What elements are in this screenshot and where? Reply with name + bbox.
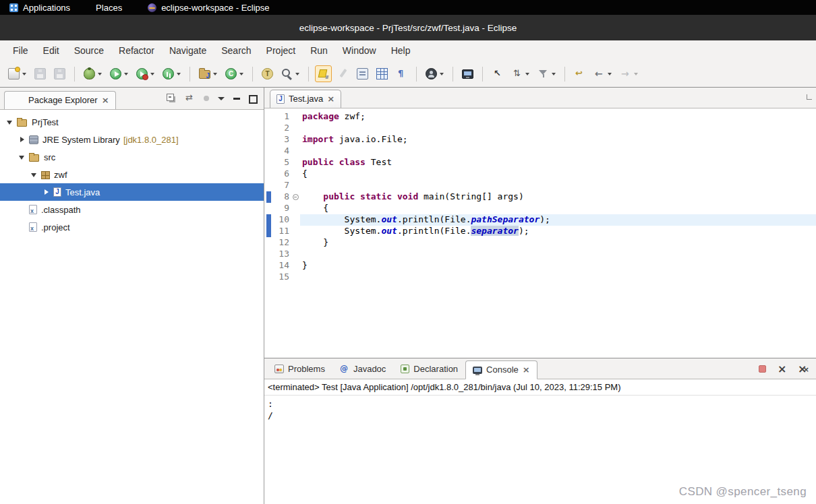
tree-item-jre-system-library[interactable]: JRE System Library[jdk1.8.0_281] <box>0 131 264 148</box>
dropdown-arrow-icon[interactable] <box>295 73 299 75</box>
tree-item-zwf[interactable]: zwf <box>0 166 264 183</box>
code-line-9[interactable]: 9 { <box>264 203 816 214</box>
line-number[interactable]: 13 <box>273 249 291 260</box>
focus-icon[interactable] <box>204 96 209 101</box>
tree-item-test-java[interactable]: Test.java <box>0 183 264 201</box>
code-line-3[interactable]: 3import java.io.File; <box>264 134 816 146</box>
annotation-ruler[interactable] <box>264 111 273 123</box>
code-line-5[interactable]: 5public class Test <box>264 157 816 168</box>
code-line-1[interactable]: 1package zwf; <box>264 111 816 123</box>
package-explorer-tab[interactable]: Package Explorer <box>4 91 116 109</box>
view-menu-icon[interactable] <box>218 96 225 101</box>
dropdown-arrow-icon[interactable] <box>22 73 26 75</box>
link-editor-icon[interactable] <box>185 93 195 103</box>
annotation-ruler[interactable] <box>264 237 273 249</box>
menu-file[interactable]: File <box>5 42 36 59</box>
annotation-ruler[interactable] <box>264 191 273 203</box>
menu-source[interactable]: Source <box>67 42 111 59</box>
last-edit-location-button[interactable] <box>571 65 588 82</box>
minimize-icon[interactable] <box>233 95 240 102</box>
package-explorer-close-icon[interactable] <box>102 95 109 105</box>
code-text[interactable]: public static void main(String[] args) <box>300 191 816 203</box>
code-line-14[interactable]: 14} <box>264 260 816 272</box>
code-line-8[interactable]: 8 public static void main(String[] args) <box>264 191 816 203</box>
dropdown-arrow-icon[interactable] <box>150 73 154 75</box>
dropdown-arrow-icon[interactable] <box>634 73 638 75</box>
menu-navigate[interactable]: Navigate <box>162 42 214 59</box>
code-text[interactable]: } <box>300 260 816 272</box>
gnome-places-menu[interactable]: Places <box>93 0 125 15</box>
editor-tab-close-icon[interactable] <box>327 94 334 104</box>
code-line-10[interactable]: 10 System.out.println(File.pathSeparator… <box>264 214 816 226</box>
editor-menu-icon[interactable] <box>807 94 812 100</box>
annotation-ruler[interactable] <box>264 203 273 214</box>
show-annotations-button[interactable] <box>334 65 351 82</box>
line-number[interactable]: 1 <box>273 111 291 123</box>
save-all-button[interactable] <box>51 65 68 82</box>
gnome-applications-menu[interactable]: Applications <box>7 0 73 15</box>
open-task-button[interactable] <box>354 65 371 82</box>
line-number[interactable]: 2 <box>273 123 291 134</box>
code-text[interactable] <box>300 180 816 191</box>
line-number[interactable]: 5 <box>273 157 291 168</box>
console-tab-declaration[interactable]: Declaration <box>393 360 465 379</box>
search-button[interactable] <box>279 65 302 82</box>
forward-button[interactable] <box>617 65 641 82</box>
window-title-bar[interactable]: eclipse-workspace - PrjTest/src/zwf/Test… <box>0 15 816 40</box>
menu-refactor[interactable]: Refactor <box>111 42 162 59</box>
show-table-button[interactable] <box>374 65 390 82</box>
expand-arrow-icon[interactable] <box>18 135 27 144</box>
console-tab-javadoc[interactable]: Javadoc <box>332 360 393 379</box>
line-number[interactable]: 11 <box>273 226 291 237</box>
line-number[interactable]: 7 <box>273 180 291 191</box>
line-number[interactable]: 14 <box>273 260 291 272</box>
code-line-12[interactable]: 12 } <box>264 237 816 249</box>
menu-window[interactable]: Window <box>335 42 384 59</box>
collapse-fold-icon[interactable] <box>293 194 299 200</box>
code-line-4[interactable]: 4 <box>264 146 816 157</box>
line-number[interactable]: 9 <box>273 203 291 214</box>
line-number[interactable]: 15 <box>273 272 291 283</box>
sort-button[interactable] <box>508 65 532 82</box>
expand-arrow-icon[interactable] <box>42 187 51 197</box>
open-type-button[interactable] <box>259 65 276 82</box>
code-text[interactable]: System.out.println(File.pathSeparator); <box>300 214 816 226</box>
code-text[interactable]: { <box>300 203 816 214</box>
code-text[interactable]: package zwf; <box>300 111 816 123</box>
dropdown-arrow-icon[interactable] <box>98 73 102 75</box>
annotation-ruler[interactable] <box>264 214 273 226</box>
annotation-ruler[interactable] <box>264 272 273 283</box>
open-console-button[interactable] <box>459 66 476 82</box>
dropdown-arrow-icon[interactable] <box>440 73 444 75</box>
code-text[interactable] <box>300 249 816 260</box>
new-class-button[interactable] <box>223 65 246 82</box>
remove-all-launches-icon[interactable] <box>797 364 807 373</box>
editor-tab-test-java[interactable]: Test.java <box>270 90 341 108</box>
code-text[interactable]: { <box>300 168 816 180</box>
debug-button[interactable] <box>81 65 105 82</box>
new-java-project-button[interactable] <box>196 66 220 82</box>
menu-help[interactable]: Help <box>384 42 418 59</box>
dropdown-arrow-icon[interactable] <box>239 73 243 75</box>
dropdown-arrow-icon[interactable] <box>525 73 529 75</box>
tree-item-project[interactable]: .project <box>0 218 264 236</box>
code-text[interactable]: public class Test <box>300 157 816 168</box>
code-text[interactable]: import java.io.File; <box>300 134 816 146</box>
console-tab-close-icon[interactable] <box>523 365 530 375</box>
collapse-all-icon[interactable] <box>166 93 176 103</box>
annotation-ruler[interactable] <box>264 260 273 272</box>
code-line-11[interactable]: 11 System.out.println(File.separator); <box>264 226 816 237</box>
collapse-arrow-icon[interactable] <box>5 117 15 127</box>
save-button[interactable] <box>32 65 49 82</box>
remove-launch-icon[interactable] <box>777 364 786 373</box>
show-whitespace-button[interactable] <box>393 65 410 82</box>
annotation-ruler[interactable] <box>264 226 273 237</box>
maximize-icon[interactable] <box>249 95 256 102</box>
tree-item-prjtest[interactable]: PrjTest <box>0 113 264 131</box>
code-text[interactable]: System.out.println(File.separator); <box>300 226 816 237</box>
code-line-13[interactable]: 13 <box>264 249 816 260</box>
run-button[interactable] <box>107 65 131 82</box>
code-text[interactable] <box>300 123 816 134</box>
console-tab-problems[interactable]: Problems <box>267 360 332 379</box>
annotation-ruler[interactable] <box>264 146 273 157</box>
